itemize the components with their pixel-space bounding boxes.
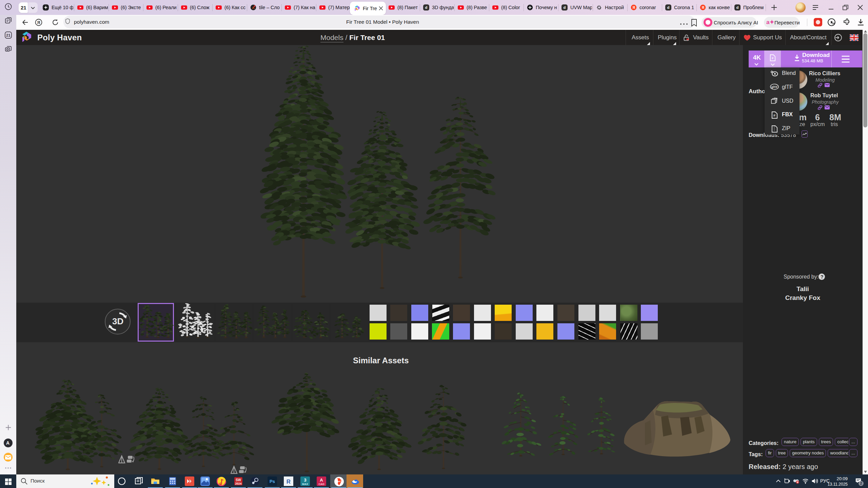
svg-text:A: A <box>320 477 323 483</box>
svg-text:3: 3 <box>304 477 306 483</box>
svg-text:Я: Я <box>633 5 635 9</box>
svg-text:F: F <box>772 57 774 60</box>
svg-text:CAD: CAD <box>318 483 324 486</box>
svg-text:glTF: glTF <box>771 85 778 89</box>
svg-text:Ps: Ps <box>270 479 275 484</box>
svg-text:R: R <box>287 479 291 485</box>
svg-text:Я: Я <box>702 5 705 9</box>
svg-text:MAX: MAX <box>302 483 308 486</box>
svg-text:d: d <box>564 5 566 9</box>
svg-text:21: 21 <box>6 33 11 37</box>
svg-text:F: F <box>774 114 776 117</box>
svg-text:Я: Я <box>37 20 40 25</box>
svg-text:d: d <box>425 5 428 9</box>
svg-text:d: d <box>736 5 739 9</box>
svg-text:2024: 2024 <box>235 482 242 485</box>
svg-text:SW: SW <box>236 478 241 482</box>
svg-text:d: d <box>667 5 670 9</box>
